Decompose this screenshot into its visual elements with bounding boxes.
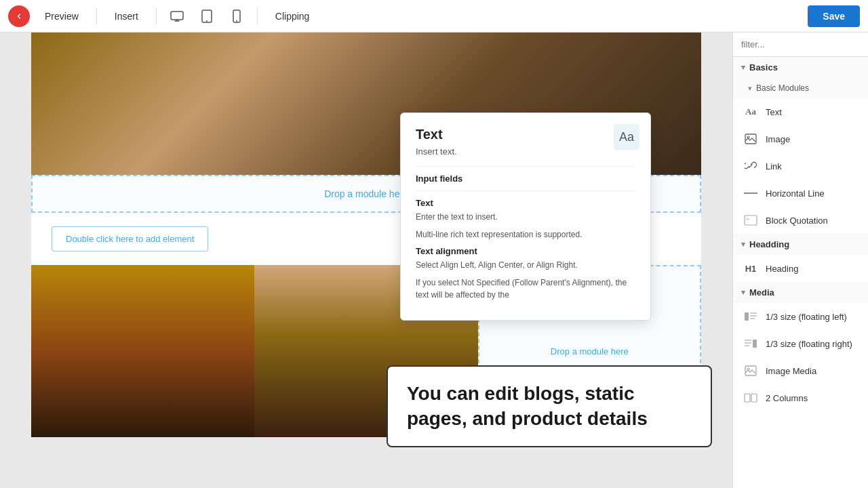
popup-field-alignment-desc1: Select Align Left, Align Center, or Alig… <box>416 259 635 271</box>
sidebar-item-image[interactable]: Image <box>733 125 868 152</box>
image-block-1 <box>31 265 254 437</box>
back-button[interactable] <box>8 5 30 27</box>
info-tooltip-text: You can edit blogs, static pages, and pr… <box>407 382 692 431</box>
two-columns-icon <box>743 390 759 406</box>
block-quotation-module-icon: " <box>743 212 759 228</box>
svg-text:": " <box>746 216 749 226</box>
svg-rect-22 <box>751 394 757 402</box>
svg-rect-13 <box>750 315 757 317</box>
tablet-view-button[interactable] <box>195 4 219 28</box>
sidebar-item-text-label: Text <box>766 107 859 117</box>
one-third-left-icon <box>743 308 759 325</box>
horizontal-line-module-icon <box>743 185 759 201</box>
sidebar-item-two-columns[interactable]: 2 Columns <box>733 384 868 411</box>
text-popup: Text Insert text. Aa Input fields Text E… <box>400 113 651 321</box>
svg-rect-12 <box>750 312 757 314</box>
sidebar-section-headding[interactable]: ▾ Headding <box>733 234 868 255</box>
svg-rect-15 <box>753 340 757 348</box>
text-module-icon: Aa <box>743 104 759 120</box>
divider-2 <box>156 8 157 24</box>
right-sidebar: ▾ Basics ▾ Basic Modules Aa Text Image <box>732 33 868 488</box>
add-element-button[interactable]: Double click here to add element <box>52 226 208 251</box>
sidebar-item-one-third-right-label: 1/3 size (floating right) <box>766 339 859 349</box>
svg-rect-1 <box>171 12 183 20</box>
insert-button[interactable]: Insert <box>105 7 148 26</box>
sidebar-headding-label: Headding <box>749 239 789 249</box>
sidebar-item-heading[interactable]: H1 Heading <box>733 255 868 282</box>
popup-subtitle: Insert text. <box>416 146 635 157</box>
person-image-1 <box>31 265 254 437</box>
divider-3 <box>257 8 258 24</box>
one-third-right-icon <box>743 336 759 352</box>
sidebar-item-image-media[interactable]: Image Media <box>733 357 868 384</box>
sidebar-section-basic-modules[interactable]: ▾ Basic Modules <box>733 78 868 98</box>
sidebar-item-block-quotation[interactable]: " Block Quotation <box>733 207 868 234</box>
sidebar-item-block-quotation-label: Block Quotation <box>766 216 859 226</box>
sidebar-item-one-third-left-label: 1/3 size (floating left) <box>766 312 859 322</box>
sidebar-item-two-columns-label: 2 Columns <box>766 393 859 403</box>
sidebar-item-horizontal-line[interactable]: Horizontal Line <box>733 180 868 207</box>
sidebar-item-horizontal-line-label: Horizontal Line <box>766 188 859 199</box>
sidebar-item-link[interactable]: Link <box>733 152 868 180</box>
svg-point-3 <box>206 20 208 22</box>
toolbar: Preview Insert Clipping Save <box>0 0 868 33</box>
popup-field-alignment-label: Text alignment <box>416 246 635 256</box>
sidebar-basic-modules-label: Basic Modules <box>756 83 809 93</box>
svg-rect-16 <box>745 340 751 341</box>
sidebar-item-text[interactable]: Aa Text <box>733 98 868 125</box>
svg-rect-11 <box>745 312 749 321</box>
sidebar-section-media[interactable]: ▾ Media <box>733 282 868 303</box>
popup-field-text-desc2: Multi-line rich text representation is s… <box>416 228 635 241</box>
heading-module-icon: H1 <box>743 260 759 277</box>
svg-point-20 <box>747 368 749 370</box>
popup-section-input-fields: Input fields <box>416 174 635 184</box>
popup-icon: Aa <box>614 124 639 150</box>
sidebar-item-image-label: Image <box>766 134 859 144</box>
popup-title: Text <box>416 127 635 142</box>
popup-field-text-label: Text <box>416 198 635 208</box>
sidebar-item-image-media-label: Image Media <box>766 366 859 376</box>
drop-zone-1-label: Drop a module here <box>324 188 408 199</box>
preview-button[interactable]: Preview <box>35 7 88 26</box>
info-tooltip: You can edit blogs, static pages, and pr… <box>387 365 712 447</box>
sidebar-item-link-label: Link <box>766 161 859 171</box>
image-media-icon <box>743 363 759 379</box>
chevron-headding-icon: ▾ <box>741 240 745 249</box>
sidebar-media-label: Media <box>749 287 774 298</box>
svg-rect-18 <box>745 345 749 346</box>
sidebar-item-heading-label: Heading <box>766 264 859 274</box>
canvas-area: Drop a module here Double click here to … <box>0 33 732 488</box>
image-module-icon <box>743 131 759 147</box>
popup-field-text-desc1: Enter the text to insert. <box>416 211 635 223</box>
popup-field-alignment-desc2: If you select Not Specified (Follow Pare… <box>416 277 635 301</box>
filter-input[interactable] <box>733 33 868 57</box>
divider-1 <box>96 8 97 24</box>
sidebar-item-one-third-right[interactable]: 1/3 size (floating right) <box>733 330 868 357</box>
popup-divider <box>416 166 635 167</box>
sidebar-basics-label: Basics <box>749 62 778 73</box>
svg-point-7 <box>747 136 749 138</box>
main-layout: Drop a module here Double click here to … <box>0 33 868 488</box>
svg-rect-14 <box>750 318 755 319</box>
chevron-basic-modules-icon: ▾ <box>748 84 752 93</box>
chevron-media-icon: ▾ <box>741 288 745 297</box>
chevron-basics-icon: ▾ <box>741 63 745 72</box>
svg-point-0 <box>15 12 23 20</box>
mobile-view-button[interactable] <box>224 4 249 28</box>
save-button[interactable]: Save <box>808 5 860 27</box>
desktop-view-button[interactable] <box>165 4 189 28</box>
svg-rect-21 <box>745 394 750 402</box>
drop-zone-2-label: Drop a module here <box>551 346 629 357</box>
sidebar-section-basics[interactable]: ▾ Basics <box>733 57 868 78</box>
svg-point-5 <box>236 20 237 22</box>
svg-rect-17 <box>745 342 751 344</box>
clipping-button[interactable]: Clipping <box>266 7 319 26</box>
popup-divider-2 <box>416 190 635 191</box>
sidebar-item-one-third-left[interactable]: 1/3 size (floating left) <box>733 303 868 330</box>
link-module-icon <box>743 158 759 174</box>
